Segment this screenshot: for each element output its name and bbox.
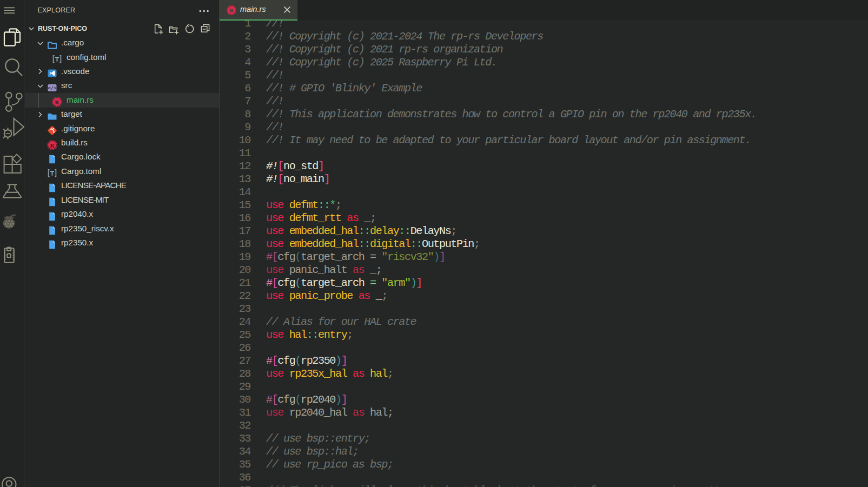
- svg-text:R: R: [50, 142, 55, 148]
- svg-text:</>: </>: [48, 86, 56, 91]
- svg-text:R: R: [229, 8, 234, 14]
- svg-text:R: R: [55, 99, 60, 105]
